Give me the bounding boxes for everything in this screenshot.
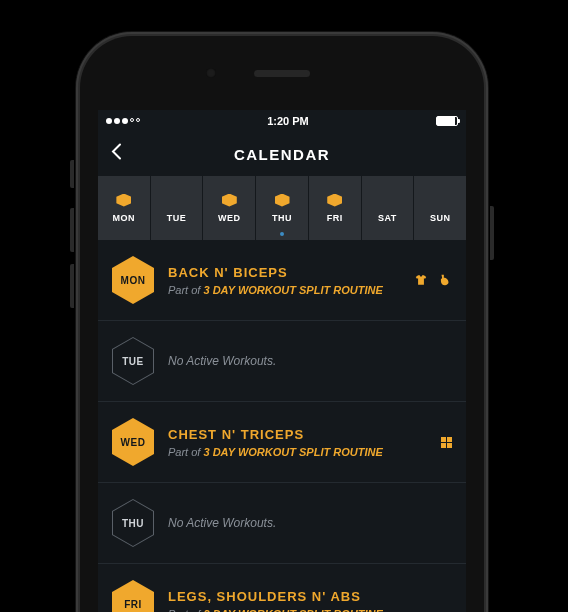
workout-row-thu[interactable]: THUNo Active Workouts. [98, 483, 466, 564]
day-code-label: WED [218, 213, 241, 223]
day-hex-label: THU [122, 518, 144, 529]
workout-list[interactable]: MONBACK N' BICEPSPart of 3 DAY WORKOUT S… [98, 240, 466, 612]
day-hex-badge: THU [112, 499, 154, 547]
workout-row-fri[interactable]: FRILEGS, SHOULDERS N' ABSPart of 3 DAY W… [98, 564, 466, 612]
workout-title: CHEST N' TRICEPS [168, 427, 427, 442]
hexagon-icon [222, 194, 237, 207]
back-button[interactable] [110, 143, 122, 166]
day-hex-label: MON [121, 275, 146, 286]
hexagon-icon [275, 194, 290, 207]
week-day-mon[interactable]: MON [98, 176, 151, 240]
battery-icon [436, 116, 458, 126]
week-day-tue[interactable]: TUE [151, 176, 204, 240]
workout-row-wed[interactable]: WEDCHEST N' TRICEPSPart of 3 DAY WORKOUT… [98, 402, 466, 483]
workout-subtitle: Part of 3 DAY WORKOUT SPLIT ROUTINE [168, 608, 452, 613]
day-hex-label: FRI [124, 599, 142, 610]
day-code-label: FRI [327, 213, 343, 223]
week-day-wed[interactable]: WED [203, 176, 256, 240]
day-hex-badge: FRI [112, 580, 154, 612]
hexagon-icon [116, 194, 131, 207]
hexagon-icon [380, 194, 395, 207]
day-code-label: MON [113, 213, 136, 223]
day-hex-badge: TUE [112, 337, 154, 385]
grid-icon [441, 437, 452, 448]
arm-icon [438, 273, 452, 287]
routine-name: 3 DAY WORKOUT SPLIT ROUTINE [203, 284, 382, 296]
routine-name: 3 DAY WORKOUT SPLIT ROUTINE [203, 446, 382, 458]
workout-row-body: BACK N' BICEPSPart of 3 DAY WORKOUT SPLI… [168, 265, 400, 296]
phone-mute-switch [70, 160, 74, 188]
workout-subtitle: Part of 3 DAY WORKOUT SPLIT ROUTINE [168, 446, 427, 458]
hexagon-icon [169, 194, 184, 207]
week-day-sun[interactable]: SUN [414, 176, 466, 240]
day-hex-badge: WED [112, 418, 154, 466]
no-workouts-label: No Active Workouts. [168, 516, 452, 530]
phone-speaker [254, 70, 310, 77]
workout-subtitle: Part of 3 DAY WORKOUT SPLIT ROUTINE [168, 284, 400, 296]
day-hex-label: TUE [122, 356, 144, 367]
chevron-left-icon [110, 143, 122, 161]
phone-volume-up [70, 208, 74, 252]
day-code-label: SAT [378, 213, 397, 223]
hexagon-icon [433, 194, 448, 207]
navbar: CALENDAR [98, 132, 466, 176]
workout-row-body: CHEST N' TRICEPSPart of 3 DAY WORKOUT SP… [168, 427, 427, 458]
signal-strength-icon [106, 118, 140, 124]
status-bar: 1:20 PM [98, 110, 466, 132]
day-code-label: THU [272, 213, 292, 223]
workout-row-tue[interactable]: TUENo Active Workouts. [98, 321, 466, 402]
workout-icons [441, 437, 452, 448]
phone-camera [206, 68, 216, 78]
status-time: 1:20 PM [267, 115, 309, 127]
workout-row-body: No Active Workouts. [168, 354, 452, 368]
app-screen: 1:20 PM CALENDAR MONTUEWEDTHUFRISATSUN M… [98, 110, 466, 612]
page-title: CALENDAR [234, 146, 330, 163]
workout-row-body: No Active Workouts. [168, 516, 452, 530]
day-hex-label: WED [121, 437, 146, 448]
workout-title: BACK N' BICEPS [168, 265, 400, 280]
day-hex-badge: MON [112, 256, 154, 304]
week-strip: MONTUEWEDTHUFRISATSUN [98, 176, 466, 240]
workout-row-body: LEGS, SHOULDERS N' ABSPart of 3 DAY WORK… [168, 589, 452, 613]
hexagon-icon [327, 194, 342, 207]
day-code-label: SUN [430, 213, 451, 223]
phone-frame: 1:20 PM CALENDAR MONTUEWEDTHUFRISATSUN M… [76, 32, 488, 612]
today-indicator [280, 232, 284, 236]
week-day-sat[interactable]: SAT [362, 176, 415, 240]
no-workouts-label: No Active Workouts. [168, 354, 452, 368]
routine-name: 3 DAY WORKOUT SPLIT ROUTINE [203, 608, 382, 613]
workout-icons [414, 273, 452, 287]
shirt-icon [414, 273, 428, 287]
week-day-thu[interactable]: THU [256, 176, 309, 240]
workout-title: LEGS, SHOULDERS N' ABS [168, 589, 452, 604]
day-code-label: TUE [167, 213, 187, 223]
phone-volume-down [70, 264, 74, 308]
workout-row-mon[interactable]: MONBACK N' BICEPSPart of 3 DAY WORKOUT S… [98, 240, 466, 321]
week-day-fri[interactable]: FRI [309, 176, 362, 240]
phone-power-button [490, 206, 494, 260]
